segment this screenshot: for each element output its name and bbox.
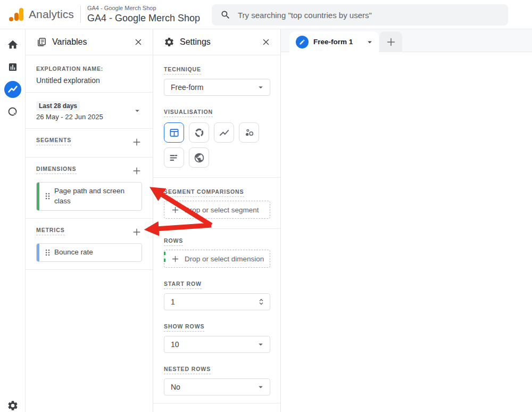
technique-select[interactable]: Free-form xyxy=(164,79,270,96)
date-preset-badge: Last 28 days xyxy=(36,101,80,111)
exploration-name-section: EXPLORATION NAME: Untitled exploration xyxy=(26,55,153,93)
globe-icon xyxy=(194,152,205,163)
dimensions-label: DIMENSIONS xyxy=(36,166,77,174)
plus-icon xyxy=(131,137,142,147)
dimension-chip[interactable]: Page path and screen class xyxy=(36,182,142,211)
metric-chip[interactable]: Bounce rate xyxy=(36,243,142,262)
visualisation-options xyxy=(164,122,270,168)
chevron-down-icon xyxy=(256,382,265,392)
variables-panel: Variables EXPLORATION NAME: Untitled exp… xyxy=(26,29,153,412)
nav-admin-button[interactable] xyxy=(0,400,26,412)
scatter-chart-icon xyxy=(244,127,255,138)
horizontal-bar-icon xyxy=(169,152,180,163)
explore-icon xyxy=(4,80,22,98)
plus-icon xyxy=(385,36,397,48)
viz-table-button[interactable] xyxy=(164,122,184,143)
settings-title: Settings xyxy=(180,37,211,47)
chevron-down-icon xyxy=(256,83,265,92)
rows-label: ROWS xyxy=(164,237,183,246)
rows-dropzone-text: Drop or select dimension xyxy=(185,255,264,263)
dimension-accent-bar xyxy=(37,183,39,210)
segments-label: SEGMENTS xyxy=(36,137,71,145)
chevron-down-icon xyxy=(256,340,265,349)
top-bar: Analytics GA4 - Google Merch Shop GA4 - … xyxy=(0,0,532,29)
search-icon xyxy=(220,10,231,20)
dimension-chip-label: Page path and screen class xyxy=(53,186,136,207)
show-rows-value: 10 xyxy=(171,340,179,349)
viz-scatter-button[interactable] xyxy=(239,122,259,143)
nav-home-button[interactable] xyxy=(0,34,26,56)
exploration-name-value[interactable]: Untitled exploration xyxy=(36,76,142,85)
settings-divider xyxy=(153,177,280,178)
plus-icon xyxy=(131,166,142,176)
property-switcher[interactable]: GA4 - Google Merch Shop GA4 - Google Mer… xyxy=(87,5,200,24)
segment-comparisons-label: SEGMENT COMPARISONS xyxy=(164,188,244,197)
viz-bar-button[interactable] xyxy=(164,147,184,168)
nested-rows-label: NESTED ROWS xyxy=(164,366,211,374)
plus-icon xyxy=(171,205,180,215)
start-row-input[interactable]: 1 xyxy=(164,293,270,310)
nested-rows-select[interactable]: No xyxy=(164,378,270,395)
segment-dropzone-text: Drop or select segment xyxy=(185,206,259,214)
variables-icon xyxy=(36,37,47,47)
plus-icon xyxy=(131,227,142,237)
add-segment-button[interactable] xyxy=(131,137,142,147)
ga4-explorations-app: Analytics GA4 - Google Merch Shop GA4 - … xyxy=(0,0,532,412)
settings-divider xyxy=(153,228,280,229)
add-tab-button[interactable] xyxy=(379,31,402,52)
drag-handle-icon xyxy=(44,192,51,201)
visualisation-label: VISUALISATION xyxy=(164,109,213,117)
metric-chip-label: Bounce rate xyxy=(53,248,93,258)
close-icon xyxy=(134,37,143,47)
add-metric-button[interactable] xyxy=(131,227,142,237)
account-name: GA4 - Google Merch Shop xyxy=(87,5,200,12)
technique-label: TECHNIQUE xyxy=(164,66,201,75)
close-icon xyxy=(261,37,271,47)
tab-free-form-1[interactable]: Free-form 1 xyxy=(289,31,379,52)
metrics-section: METRICS Bounce rate xyxy=(26,219,153,270)
donut-chart-icon xyxy=(194,127,205,138)
date-range-section: Last 28 days 26 May - 22 Jun 2025 xyxy=(26,93,153,129)
drag-handle-icon xyxy=(44,248,51,257)
show-rows-select[interactable]: 10 xyxy=(164,336,270,353)
viz-geo-button[interactable] xyxy=(189,147,209,168)
search-input[interactable] xyxy=(238,11,493,20)
pencil-icon xyxy=(296,36,309,48)
nav-advertising-button[interactable] xyxy=(0,101,26,123)
nav-rail xyxy=(0,29,26,412)
viz-donut-button[interactable] xyxy=(189,122,209,143)
search-bar[interactable] xyxy=(212,4,508,26)
tab-label: Free-form 1 xyxy=(313,38,353,46)
chevron-down-icon xyxy=(132,106,142,116)
nav-explore-button[interactable] xyxy=(0,78,26,101)
start-row-label: START ROW xyxy=(164,281,202,289)
plus-icon xyxy=(171,254,180,263)
home-icon xyxy=(7,39,19,51)
settings-gear-icon xyxy=(164,37,174,47)
settings-panel: Settings TECHNIQUE Free-form VISUALISATI… xyxy=(153,29,281,412)
metrics-label: METRICS xyxy=(36,227,65,235)
date-range-picker[interactable]: Last 28 days 26 May - 22 Jun 2025 xyxy=(36,101,142,121)
settings-close-button[interactable] xyxy=(261,37,271,47)
segments-section: SEGMENTS xyxy=(26,129,153,158)
settings-divider xyxy=(153,403,280,403)
nav-reports-button[interactable] xyxy=(0,56,26,78)
analytics-logo-icon xyxy=(9,7,24,22)
chevron-down-icon[interactable] xyxy=(365,37,375,47)
property-name: GA4 - Google Merch Shop xyxy=(87,12,200,24)
viz-line-button[interactable] xyxy=(214,122,234,143)
date-range-value: 26 May - 22 Jun 2025 xyxy=(36,113,103,121)
add-dimension-button[interactable] xyxy=(131,166,142,176)
exploration-canvas: Free-form 1 xyxy=(281,29,532,412)
segment-dropzone[interactable]: Drop or select segment xyxy=(164,201,270,219)
table-icon xyxy=(169,127,180,138)
variables-close-button[interactable] xyxy=(134,37,143,47)
stepper-icon[interactable] xyxy=(257,297,265,307)
exploration-name-label: EXPLORATION NAME: xyxy=(36,65,103,73)
variables-title: Variables xyxy=(52,37,87,47)
bar-chart-icon xyxy=(7,62,18,72)
target-cursor-icon xyxy=(7,106,19,118)
rows-dropzone[interactable]: Drop or select dimension xyxy=(164,250,270,268)
header-divider xyxy=(80,6,81,23)
product-name: Analytics xyxy=(29,8,74,21)
